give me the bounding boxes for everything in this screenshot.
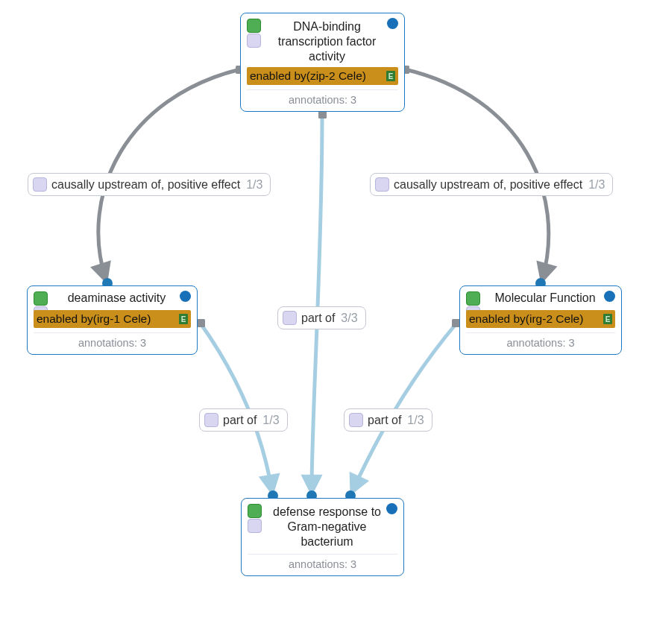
edge-label-count: 1/3: [262, 414, 279, 427]
evidence-badge-icon: E: [603, 314, 612, 324]
edge-label-count: 1/3: [588, 178, 605, 192]
edge-label-text: part of: [368, 414, 401, 427]
node-title: DNA-binding transcription factor activit…: [268, 19, 386, 64]
badge-green-icon: [247, 19, 261, 33]
svg-rect-6: [197, 319, 205, 327]
annotations-row[interactable]: annotations: 3: [248, 554, 397, 572]
enabled-by-text: enabled by(zip-2 Cele): [250, 69, 366, 83]
enabled-by-text: enabled by(irg-1 Cele): [37, 312, 151, 326]
edge-label-text: causally upstream of, positive effect: [51, 178, 240, 192]
edge-label-text: part of: [301, 312, 335, 325]
corner-dot-icon: [386, 503, 397, 514]
node-title: deaminase activity: [54, 291, 179, 306]
enabled-by-row[interactable]: enabled by(irg-1 Cele) E: [34, 310, 191, 328]
enabled-by-row[interactable]: enabled by(irg-2 Cele) E: [466, 310, 615, 328]
corner-dot-icon: [604, 291, 615, 302]
edge-label-upstream-right[interactable]: causally upstream of, positive effect 1/…: [370, 173, 613, 196]
edge-label-part-center[interactable]: part of 3/3: [277, 306, 366, 329]
edge-label-text: causally upstream of, positive effect: [394, 178, 582, 192]
badge-green-icon: [34, 291, 48, 306]
badge-green-icon: [466, 291, 480, 306]
annotations-row[interactable]: annotations: 3: [466, 332, 615, 351]
badge-lavender-icon: [33, 177, 47, 192]
evidence-badge-icon: E: [179, 314, 188, 324]
edge-label-upstream-left[interactable]: causally upstream of, positive effect 1/…: [28, 173, 271, 196]
edge-part-right[interactable]: [352, 323, 456, 492]
badge-green-icon: [248, 504, 262, 518]
annotations-row[interactable]: annotations: 3: [34, 332, 191, 351]
corner-dot-icon: [180, 291, 191, 302]
evidence-badge-icon: E: [386, 71, 395, 81]
badge-lavender-icon: [248, 519, 262, 533]
edge-part-center[interactable]: [312, 116, 322, 492]
node-title: Molecular Function: [487, 291, 603, 306]
badge-lavender-icon: [247, 34, 261, 48]
edge-part-left[interactable]: [201, 323, 272, 492]
annotations-row[interactable]: annotations: 3: [247, 89, 398, 108]
node-defense-response[interactable]: defense response to Gram-negative bacter…: [241, 498, 404, 576]
edge-label-part-right[interactable]: part of 1/3: [344, 408, 432, 432]
corner-dot-icon: [387, 18, 398, 29]
edge-label-text: part of: [223, 414, 257, 427]
enabled-by-row[interactable]: enabled by(zip-2 Cele) E: [247, 67, 398, 85]
badge-lavender-icon: [204, 413, 218, 427]
badge-lavender-icon: [349, 413, 363, 427]
enabled-by-text: enabled by(irg-2 Cele): [469, 312, 583, 326]
edge-label-count: 1/3: [246, 178, 262, 192]
edge-label-part-left[interactable]: part of 1/3: [199, 408, 288, 432]
edge-label-count: 1/3: [407, 414, 424, 427]
badge-lavender-icon: [375, 177, 389, 192]
node-deaminase[interactable]: deaminase activity enabled by(irg-1 Cele…: [27, 285, 198, 355]
node-title: defense response to Gram-negative bacter…: [268, 505, 386, 549]
node-dna-binding[interactable]: DNA-binding transcription factor activit…: [240, 13, 405, 112]
node-molecular-function[interactable]: Molecular Function enabled by(irg-2 Cele…: [459, 285, 622, 355]
edge-label-count: 3/3: [341, 312, 357, 325]
badge-lavender-icon: [283, 311, 297, 325]
